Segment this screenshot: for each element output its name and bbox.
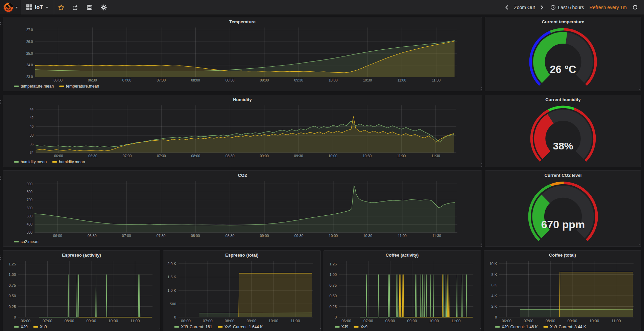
- panel-resize-handle[interactable]: [480, 165, 480, 165]
- legend-item[interactable]: humidity.mean: [14, 160, 47, 164]
- panel-resize-handle[interactable]: [480, 89, 480, 90]
- legend-item[interactable]: temperature.mean: [14, 84, 54, 89]
- svg-text:09:00: 09:00: [260, 78, 269, 82]
- panel-resize-handle[interactable]: [479, 330, 479, 330]
- legend-item[interactable]: XJ9: [335, 325, 349, 329]
- panel-title[interactable]: Current CO2 level: [485, 171, 641, 179]
- svg-text:1.25: 1.25: [329, 262, 336, 266]
- svg-text:08:00: 08:00: [65, 319, 74, 323]
- row-drag-handle[interactable]: [0, 256, 1, 256]
- legend-item[interactable]: co2.mean: [14, 239, 39, 244]
- zoom-out-button[interactable]: Zoom Out: [512, 5, 536, 10]
- humidity-legend: humidity.meanhumidity.mean: [3, 159, 482, 167]
- current-humidity-gauge[interactable]: 38%: [488, 103, 638, 167]
- humidity-chart[interactable]: 34363840424406:0006:3007:0007:3008:0008:…: [6, 103, 479, 159]
- current-temperature-gauge[interactable]: 26 °C: [488, 25, 638, 91]
- navbar: IoT: [0, 0, 644, 15]
- svg-text:24.0: 24.0: [26, 63, 33, 67]
- legend-item[interactable]: XJ9Current: 1.46 K: [495, 325, 538, 329]
- panel-resize-handle[interactable]: [639, 89, 640, 90]
- panel-title[interactable]: Coffee (total): [484, 251, 641, 258]
- legend-swatch: [14, 161, 19, 163]
- panel-title[interactable]: Espresso (total): [163, 251, 320, 258]
- svg-text:11:30: 11:30: [431, 154, 440, 158]
- panel-coffee-total: Coffee (total) 02 K4 K6 K8 K10 K06:0007:…: [484, 250, 641, 331]
- panel-title[interactable]: Coffee (activity): [324, 251, 481, 258]
- svg-text:10:30: 10:30: [363, 78, 372, 82]
- svg-text:8 K: 8 K: [491, 273, 497, 277]
- settings-button[interactable]: [97, 0, 111, 15]
- svg-text:500: 500: [170, 302, 176, 306]
- panel-resize-handle[interactable]: [480, 244, 480, 245]
- dashboard-row-temperature: Temperature 23.024.025.026.027.006:0006:…: [3, 17, 641, 91]
- row-drag-handle[interactable]: [0, 22, 1, 23]
- grafana-logo-icon: [3, 2, 14, 13]
- legend-label: Xs9: [40, 325, 47, 329]
- panel-title[interactable]: Current humidity: [485, 95, 641, 103]
- legend-current-value: Current: 1.644 K: [233, 325, 263, 329]
- dashboard: Temperature 23.024.025.026.027.006:0006:…: [0, 15, 644, 327]
- panel-resize-handle[interactable]: [318, 330, 319, 330]
- co2-chart[interactable]: 30040050060070080090006:0006:3007:0007:3…: [6, 179, 479, 239]
- dashboard-grid-icon: [26, 4, 32, 10]
- svg-text:23.0: 23.0: [26, 75, 33, 79]
- legend-item[interactable]: temperature.mean: [59, 84, 99, 89]
- svg-text:08:30: 08:30: [225, 234, 235, 238]
- time-range-picker[interactable]: Last 6 hours: [548, 5, 587, 10]
- legend-item[interactable]: XJ9: [14, 325, 28, 329]
- panel-title[interactable]: Current temperature: [485, 17, 641, 25]
- svg-text:10:30: 10:30: [363, 234, 373, 238]
- svg-text:11:00: 11:00: [451, 319, 460, 323]
- svg-text:500: 500: [27, 214, 32, 218]
- panel-resize-handle[interactable]: [639, 330, 640, 330]
- grafana-logo-menu[interactable]: [0, 0, 21, 15]
- panel-title[interactable]: CO2: [3, 171, 482, 179]
- panel-title[interactable]: Espresso (activity): [3, 251, 160, 258]
- panel-title[interactable]: Temperature: [3, 17, 482, 25]
- panel-temperature: Temperature 23.024.025.026.027.006:0006:…: [3, 17, 482, 91]
- time-back-button[interactable]: [502, 5, 511, 10]
- espresso-total-chart[interactable]: 05001.0 K1.5 K2.0 K06:0007:0008:0009:001…: [166, 258, 317, 324]
- svg-text:800: 800: [27, 190, 32, 194]
- coffee-activity-chart[interactable]: 00.250.500.751.001.2506:0007:0008:0009:0…: [327, 258, 478, 324]
- svg-text:670 ppm: 670 ppm: [541, 218, 585, 231]
- panel-title[interactable]: Humidity: [3, 95, 482, 103]
- panel-espresso-activity: Espresso (activity) 00.250.500.751.001.2…: [3, 250, 160, 331]
- legend-label: XJ9: [341, 325, 349, 329]
- dashboard-picker[interactable]: IoT: [21, 0, 54, 15]
- row-drag-handle[interactable]: [0, 176, 1, 176]
- legend-swatch: [14, 86, 19, 87]
- panel-resize-handle[interactable]: [639, 244, 640, 245]
- svg-text:06:00: 06:00: [181, 319, 191, 323]
- refresh-button[interactable]: [629, 4, 639, 10]
- save-button[interactable]: [82, 0, 97, 15]
- legend-item[interactable]: humidity.mean: [52, 160, 85, 164]
- share-button[interactable]: [68, 0, 82, 15]
- coffee-total-chart[interactable]: 02 K4 K6 K8 K10 K06:0007:0008:0009:0010:…: [487, 258, 638, 324]
- legend-swatch: [59, 86, 64, 87]
- temperature-chart[interactable]: 23.024.025.026.027.006:0006:3007:0007:30…: [6, 25, 479, 83]
- espresso-activity-chart[interactable]: 00.250.500.751.001.2506:0007:0008:0009:0…: [6, 258, 157, 324]
- legend-item[interactable]: Xs9Current: 8.44 K: [543, 325, 586, 329]
- temperature-legend: temperature.meantemperature.mean: [3, 83, 482, 91]
- time-forward-button[interactable]: [538, 5, 546, 10]
- panel-resize-handle[interactable]: [158, 330, 159, 330]
- svg-text:36: 36: [30, 142, 34, 146]
- legend-item[interactable]: Xs9Current: 1.644 K: [218, 325, 263, 329]
- legend-label: XJ9: [181, 325, 188, 329]
- legend-item[interactable]: Xs9: [33, 325, 47, 329]
- legend-item[interactable]: Xs9: [354, 325, 367, 329]
- svg-text:07:00: 07:00: [122, 234, 131, 238]
- row-drag-handle[interactable]: [0, 100, 1, 101]
- refresh-interval-label[interactable]: Refresh every 1m: [588, 5, 628, 10]
- current-co2-gauge[interactable]: 670 ppm: [488, 179, 638, 246]
- legend-swatch: [335, 326, 340, 328]
- chevron-down-icon: [15, 7, 18, 8]
- svg-text:08:00: 08:00: [385, 319, 395, 323]
- legend-swatch: [354, 326, 359, 328]
- star-button[interactable]: [54, 0, 68, 15]
- panel-resize-handle[interactable]: [639, 165, 640, 165]
- svg-text:0: 0: [495, 315, 497, 319]
- legend-item[interactable]: XJ9Current: 161: [174, 325, 212, 329]
- svg-text:08:00: 08:00: [545, 319, 555, 323]
